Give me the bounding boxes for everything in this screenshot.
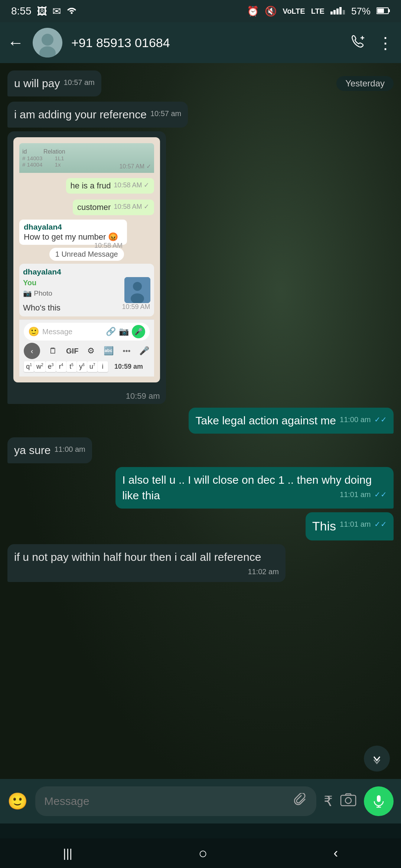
- inner-received: dhayalan4 How to get my number 😡 10:58 A…: [19, 220, 127, 245]
- msg-row-this: This 11:01 am ✓✓: [7, 512, 394, 540]
- status-bar: 8:55 🖼 ✉ ⏰ 🔇 VoLTE LTE 57%: [0, 0, 401, 22]
- msg-row-yasure: ya sure 11:00 am: [7, 437, 394, 463]
- keyboard-gif-label[interactable]: GIF: [66, 347, 78, 355]
- inner-keyboard: 🙂 Message 🔗 📷 🎤 ‹: [19, 319, 154, 377]
- bubble-received: u will pay 10:57 am: [7, 70, 101, 96]
- msg-text: This: [312, 519, 336, 533]
- avatar: [33, 28, 62, 57]
- scroll-down-button[interactable]: [364, 746, 390, 772]
- svg-rect-17: [341, 795, 356, 806]
- call-add-icon[interactable]: [350, 33, 366, 53]
- battery-icon: [376, 6, 390, 17]
- bubble-legal: Take legal action against me 11:00 am ✓✓: [189, 408, 394, 434]
- chat-background: u will pay 10:57 am Yesterday i am addin…: [0, 63, 401, 823]
- inner-attach-icon: 🔗: [106, 327, 116, 336]
- photo-thumb: [124, 277, 150, 303]
- nav-recent-apps[interactable]: |||: [63, 846, 72, 860]
- keyboard-translate-icon[interactable]: 🔤: [104, 346, 114, 356]
- emoji-icon[interactable]: 🙂: [7, 792, 28, 811]
- mute-icon: 🔇: [265, 6, 277, 17]
- svg-rect-2: [333, 10, 336, 14]
- contact-name: +91 85913 01684: [71, 36, 341, 50]
- msg-text: I also tell u .. I will close on dec 1 .…: [122, 474, 372, 502]
- you-label: You: [23, 279, 36, 287]
- rupee-icon[interactable]: ₹: [324, 793, 333, 809]
- keyboard-settings-icon[interactable]: ⚙: [87, 346, 95, 356]
- unread-badge: 1 Unread Message: [49, 248, 124, 261]
- wifi-icon: [66, 5, 77, 17]
- inner-sent-1: he is a frud 10:58 AM ✓: [66, 178, 154, 194]
- svg-rect-3: [336, 9, 339, 14]
- msg-text: i am adding your reference: [14, 108, 147, 121]
- svg-point-10: [42, 34, 53, 46]
- photo-card-sender: dhayalan4: [23, 267, 150, 276]
- alarm-icon: ⏰: [247, 6, 259, 17]
- attach-icon[interactable]: [294, 793, 307, 810]
- msg-row-legal: Take legal action against me 11:00 am ✓✓: [7, 408, 394, 434]
- time: 8:55: [11, 5, 32, 17]
- msg-text: Take legal action against me: [195, 414, 336, 427]
- msg-text: u will pay: [14, 77, 60, 89]
- photo-card: dhayalan4 You: [19, 264, 154, 316]
- screenshot-time: 10:59 am: [7, 388, 166, 404]
- unread-badge-row: 1 Unread Message: [19, 248, 154, 261]
- photo-label: 📷 Photo: [23, 289, 52, 297]
- chat-header: ← +91 85913 01684 ⋮: [0, 22, 401, 63]
- nav-bar: ||| ○ ‹: [0, 838, 401, 868]
- volte-icon: VoLTE: [283, 7, 305, 16]
- header-icons: ⋮: [350, 33, 394, 53]
- keyboard-more-icon[interactable]: •••: [123, 347, 130, 355]
- svg-rect-4: [339, 7, 342, 14]
- more-options-icon[interactable]: ⋮: [377, 33, 394, 52]
- inner-emoji-icon: 🙂: [28, 326, 39, 337]
- inner-sent-1-row: he is a frud 10:58 AM ✓: [19, 176, 154, 196]
- message-input-container: [35, 786, 316, 816]
- back-button[interactable]: ←: [7, 33, 24, 52]
- lte-icon: LTE: [311, 7, 325, 16]
- camera-icon[interactable]: [340, 792, 356, 811]
- whos-this-text: Who's this 10:59 AM: [23, 303, 150, 313]
- svg-point-18: [345, 798, 351, 803]
- keyboard-toolbar: ‹ 🗒 GIF ⚙ 🔤 ••• 🎤: [24, 341, 150, 360]
- bubble-notpay: if u not pay within half hour then i cal…: [7, 544, 286, 582]
- keyboard-back-btn[interactable]: ‹: [24, 343, 40, 359]
- svg-point-0: [71, 12, 72, 14]
- date-separator-row: u will pay 10:57 am Yesterday: [7, 70, 394, 96]
- msg-row-received: u will pay 10:57 am: [7, 70, 330, 96]
- message-input[interactable]: [44, 795, 288, 808]
- svg-rect-5: [343, 10, 345, 14]
- msg-text: if u not pay within half hour then i cal…: [14, 551, 261, 563]
- nav-home[interactable]: ○: [198, 845, 207, 862]
- keyboard-row: q1 w2 e3 r4 t5 y6 u7 i 10:59 am: [24, 360, 150, 374]
- bubble-close: I also tell u .. I will close on dec 1 .…: [115, 467, 394, 509]
- keyboard-sticker-icon[interactable]: 🗒: [49, 346, 57, 356]
- screenshot-bubble: id Relation # 14003 1L1 # 14004 1x 10:57…: [7, 131, 166, 404]
- bubble-this: This 11:01 am ✓✓: [306, 512, 394, 540]
- keyboard-time: 10:59 am: [108, 361, 150, 372]
- msg-text: ya sure: [14, 444, 50, 456]
- battery-text: 57%: [351, 6, 371, 17]
- msg-row-notpay: if u not pay within half hour then i cal…: [7, 544, 394, 582]
- bubble-yasure: ya sure 11:00 am: [7, 437, 92, 463]
- gallery-icon: 🖼: [37, 5, 47, 17]
- msg-row-close: I also tell u .. I will close on dec 1 .…: [7, 467, 394, 509]
- inner-camera-icon: 📷: [119, 327, 129, 336]
- keyboard-mic-icon[interactable]: 🎤: [139, 346, 149, 356]
- nav-back[interactable]: ‹: [333, 845, 338, 861]
- email-icon: ✉: [52, 5, 61, 17]
- inner-mic-button[interactable]: 🎤: [132, 325, 145, 338]
- contact-info: +91 85913 01684: [71, 36, 341, 50]
- status-left: 8:55 🖼 ✉: [11, 5, 77, 17]
- inner-sent-2: customer 10:58 AM ✓: [73, 200, 154, 215]
- mic-button[interactable]: [364, 786, 394, 816]
- svg-point-15: [133, 282, 142, 291]
- date-badge: Yesterday: [336, 76, 394, 91]
- inner-message-placeholder: Message: [42, 328, 103, 336]
- svg-rect-7: [389, 9, 390, 12]
- input-bar: 🙂 ₹: [0, 779, 401, 823]
- svg-rect-19: [377, 795, 381, 802]
- inner-sent-2-row: customer 10:58 AM ✓: [19, 197, 154, 217]
- bubble-reference: i am adding your reference 10:57 am: [7, 102, 188, 128]
- svg-rect-1: [330, 11, 333, 14]
- inner-sender-name: dhayalan4: [24, 223, 123, 231]
